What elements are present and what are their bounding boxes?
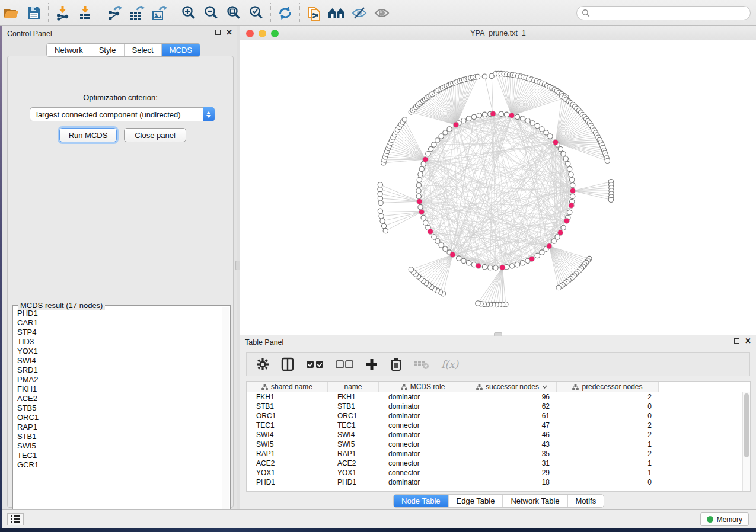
table-row[interactable]: YOX1YOX1connector291 xyxy=(247,468,750,477)
table-row[interactable]: SWI5SWI5connector431 xyxy=(247,440,750,449)
column-header-predecessor-nodes[interactable]: predecessor nodes xyxy=(557,382,659,392)
splitter-grip[interactable] xyxy=(494,332,502,336)
table-header: shared namenameMCDS rolesuccessor nodesp… xyxy=(247,382,750,392)
table-row[interactable]: FKH1FKH1dominator962 xyxy=(247,392,750,402)
toolbar-separator xyxy=(48,3,49,23)
float-panel-icon[interactable] xyxy=(215,30,221,35)
save-icon[interactable] xyxy=(23,2,45,24)
column-header-successor-nodes[interactable]: successor nodes xyxy=(467,382,557,392)
home-networks-icon[interactable] xyxy=(326,2,348,24)
tab-network[interactable]: Network xyxy=(47,44,91,56)
toolbar-separator xyxy=(270,3,271,23)
delete-column-icon[interactable] xyxy=(390,356,402,373)
table-row[interactable]: ACE2ACE2connector311 xyxy=(247,459,750,468)
cell-shared-name: FKH1 xyxy=(247,392,328,402)
tab-node-table[interactable]: Node Table xyxy=(394,495,449,507)
column-layout-icon[interactable] xyxy=(281,356,294,373)
close-panel-icon[interactable]: ✕ xyxy=(745,338,751,344)
result-item[interactable]: ORC1 xyxy=(17,413,222,422)
close-panel-icon[interactable]: ✕ xyxy=(226,30,232,35)
tab-network-table[interactable]: Network Table xyxy=(503,495,567,507)
result-item[interactable]: ACE2 xyxy=(17,394,222,403)
result-scrollbar[interactable] xyxy=(222,307,229,524)
result-item[interactable]: GCR1 xyxy=(17,460,222,470)
select-all-icon[interactable] xyxy=(306,356,324,373)
cell-MCDS-role: dominator xyxy=(379,449,467,459)
task-history-button[interactable] xyxy=(7,513,24,525)
tab-edge-table[interactable]: Edge Table xyxy=(449,495,503,507)
delete-table-icon[interactable] xyxy=(414,356,429,373)
float-panel-icon[interactable] xyxy=(734,338,739,344)
scrollbar-thumb[interactable] xyxy=(744,393,749,457)
close-panel-button[interactable]: Close panel xyxy=(124,128,186,142)
result-item[interactable]: TEC1 xyxy=(17,451,222,460)
column-header-MCDS-role[interactable]: MCDS role xyxy=(379,382,467,392)
memory-status-icon xyxy=(707,516,713,523)
clone-network-icon[interactable] xyxy=(303,2,326,24)
export-network-icon[interactable] xyxy=(103,2,126,24)
run-mcds-button[interactable]: Run MCDS xyxy=(59,128,117,142)
result-item[interactable]: TID3 xyxy=(17,337,222,347)
tab-style[interactable]: Style xyxy=(91,44,125,56)
result-item[interactable]: SRD1 xyxy=(17,366,222,375)
hide-view-icon[interactable] xyxy=(348,2,371,24)
search-input[interactable] xyxy=(590,9,745,17)
result-item[interactable]: CAR1 xyxy=(17,318,222,328)
result-item[interactable]: PHD1 xyxy=(17,309,222,318)
node-table[interactable]: shared namenameMCDS rolesuccessor nodesp… xyxy=(246,381,751,492)
tab-motifs[interactable]: Motifs xyxy=(568,495,604,507)
export-image-icon[interactable] xyxy=(148,2,171,24)
tab-mcds[interactable]: MCDS xyxy=(162,44,200,56)
zoom-fit-icon[interactable] xyxy=(222,2,245,24)
table-scrollbar[interactable] xyxy=(742,392,750,491)
result-item[interactable]: SWI5 xyxy=(17,441,222,451)
result-item[interactable]: YOX1 xyxy=(17,347,222,356)
result-item[interactable]: STB1 xyxy=(17,432,222,441)
export-table-icon[interactable] xyxy=(126,2,148,24)
table-row[interactable]: RAP1RAP1dominator352 xyxy=(247,449,750,459)
memory-button[interactable]: Memory xyxy=(700,512,749,526)
cell-successor-nodes: 31 xyxy=(467,459,557,468)
table-row[interactable]: SWI4SWI4dominator462 xyxy=(247,430,750,440)
refresh-icon[interactable] xyxy=(274,2,296,24)
column-header-shared-name[interactable]: shared name xyxy=(247,382,328,392)
add-column-icon[interactable] xyxy=(365,356,378,373)
result-item[interactable]: SWI4 xyxy=(17,356,222,366)
mcds-result-list[interactable]: PHD1CAR1STP4TID3YOX1SWI4SRD1PMA2FKH1ACE2… xyxy=(14,307,222,524)
result-item[interactable]: STP4 xyxy=(17,328,222,337)
cell-shared-name: YOX1 xyxy=(247,468,328,477)
function-builder-icon[interactable]: f(x) xyxy=(441,356,458,373)
result-item[interactable]: RAP1 xyxy=(17,422,222,432)
open-folder-icon[interactable] xyxy=(0,2,23,24)
network-window-titlebar[interactable]: YPA_prune.txt_1 xyxy=(240,26,756,40)
zoom-window-icon[interactable] xyxy=(271,30,279,37)
cell-name: FKH1 xyxy=(328,392,379,402)
table-row[interactable]: STB1STB1dominator620 xyxy=(247,402,750,411)
result-item[interactable]: FKH1 xyxy=(17,384,222,394)
cell-shared-name: SWI5 xyxy=(247,440,328,449)
table-row[interactable]: PHD1PHD1dominator180 xyxy=(247,477,750,487)
toolbar-separator xyxy=(174,3,174,23)
table-row[interactable]: ORC1ORC1dominator610 xyxy=(247,411,750,421)
zoom-in-icon[interactable] xyxy=(177,2,200,24)
search-box[interactable] xyxy=(576,6,751,20)
gear-icon[interactable] xyxy=(256,356,269,373)
criterion-select[interactable]: largest connected component (undirected) xyxy=(30,107,215,121)
minimize-window-icon[interactable] xyxy=(259,30,266,37)
import-table-icon[interactable] xyxy=(74,2,97,24)
zoom-selected-icon[interactable] xyxy=(245,2,267,24)
column-header-name[interactable]: name xyxy=(328,382,379,392)
zoom-out-icon[interactable] xyxy=(200,2,222,24)
tab-select[interactable]: Select xyxy=(125,44,162,56)
table-row[interactable]: TEC1TEC1connector472 xyxy=(247,421,750,430)
close-window-icon[interactable] xyxy=(246,30,254,37)
list-icon xyxy=(11,515,20,523)
show-view-icon[interactable] xyxy=(371,2,393,24)
cell-successor-nodes: 46 xyxy=(467,430,557,440)
result-item[interactable]: PMA2 xyxy=(17,375,222,384)
deselect-all-icon[interactable] xyxy=(336,356,353,373)
network-canvas[interactable] xyxy=(240,40,756,335)
import-network-icon[interactable] xyxy=(52,2,74,24)
cell-predecessor-nodes: 0 xyxy=(557,477,659,487)
result-item[interactable]: STB5 xyxy=(17,403,222,413)
